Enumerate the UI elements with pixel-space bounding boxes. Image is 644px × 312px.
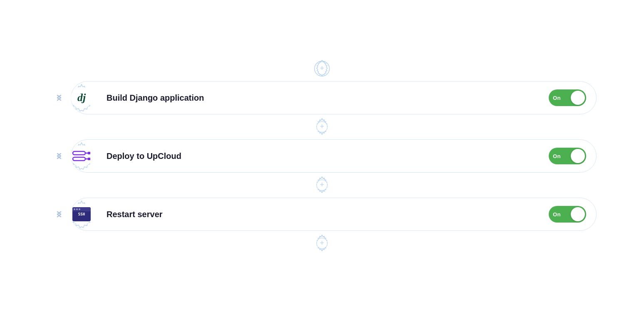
svg-rect-6 [73,151,85,155]
toggle-knob-ssh [571,207,585,221]
upcloud-logo-icon [71,145,92,167]
add-step-connector-mid2[interactable]: + [311,174,333,196]
svg-text:+: + [320,122,324,131]
step-card-ssh: SSH Restart server On [71,198,597,231]
pipeline: + dj Build Django application [22,56,622,256]
toggle-label-ssh: On [553,211,561,218]
step-label-ssh: Restart server [98,210,549,219]
step-label-upcloud: Deploy to UpCloud [98,151,549,161]
ssh-logo-icon: SSH [71,203,92,225]
add-step-connector-top[interactable]: + [311,58,333,79]
step-card-upcloud: Deploy to UpCloud On [71,139,597,173]
step-card-django: dj Build Django application On [71,81,597,114]
toggle-knob-upcloud [571,149,585,163]
toggle-upcloud[interactable]: On [549,148,586,164]
step-label-django: Build Django application [98,93,549,103]
django-logo-icon: dj [71,87,92,109]
step-icon-upcloud [65,139,98,173]
toggle-django[interactable]: On [549,89,586,106]
step-row-ssh: SSH Restart server On [47,198,597,231]
step-icon-django: dj [65,81,98,114]
toggle-ssh[interactable]: On [549,206,586,223]
toggle-label-django: On [553,95,561,101]
step-row-django: dj Build Django application On [47,81,597,114]
svg-rect-9 [73,157,85,161]
toggle-knob-django [571,91,585,105]
toggle-label-upcloud: On [553,153,561,159]
add-step-connector-bottom[interactable]: + [311,233,333,254]
add-step-connector-mid1[interactable]: + [311,116,333,138]
svg-text:+: + [320,181,324,189]
svg-rect-8 [88,152,90,154]
step-row-upcloud: Deploy to UpCloud On [47,139,597,173]
svg-rect-11 [88,158,90,160]
svg-text:+: + [320,64,324,72]
step-icon-ssh: SSH [65,198,98,231]
svg-text:+: + [320,239,324,247]
